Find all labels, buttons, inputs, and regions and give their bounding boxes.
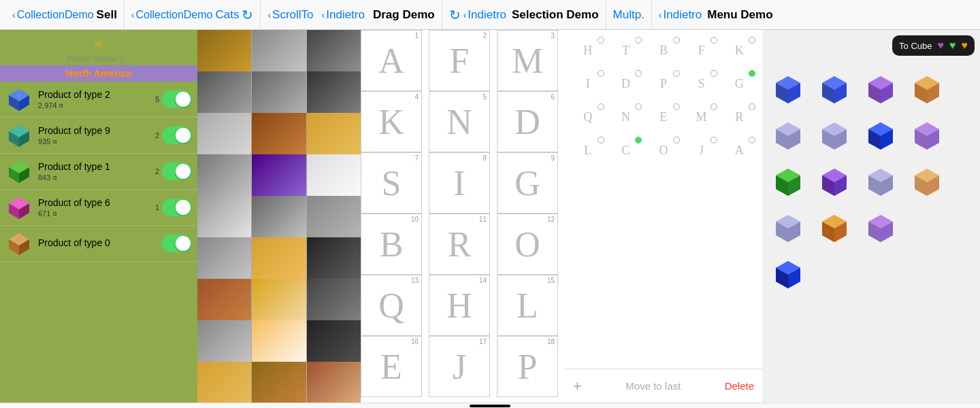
product-qty-type2: 5 (155, 95, 159, 103)
reload-icon2[interactable]: ↻ (449, 7, 461, 23)
sel-letter-A[interactable]: A (721, 135, 757, 166)
sel-dot-N (635, 103, 642, 110)
cube-item-4[interactable] (906, 69, 947, 110)
letter-cell-17[interactable]: 17J (429, 336, 490, 397)
cat-image-25[interactable] (197, 362, 251, 403)
bottom-indicator (0, 403, 980, 408)
letter-cell-8[interactable]: 8I (429, 152, 490, 214)
nav-multp-label[interactable]: Multp. (613, 8, 644, 22)
sel-letter-F[interactable]: F (684, 35, 719, 66)
nav-back-indietro[interactable]: ‹ ScrollTo (267, 8, 313, 22)
sel-letter-J[interactable]: J (684, 135, 719, 166)
letter-cell-18[interactable]: 18P (497, 336, 558, 397)
cube-item-9[interactable] (768, 162, 808, 203)
cube-item-11[interactable] (860, 162, 901, 203)
nav-back-label2[interactable]: CollectionDemo (136, 9, 213, 21)
cube-item-2[interactable] (814, 69, 855, 110)
cube-item-8[interactable] (906, 116, 947, 156)
sel-letter-E[interactable]: E (646, 102, 681, 133)
cube-item-10[interactable] (814, 162, 855, 203)
product-name-type1: Product of type 1 (38, 161, 155, 172)
sel-dot-A (749, 137, 755, 143)
sel-letter-D[interactable]: D (608, 69, 644, 99)
add-button[interactable]: + (573, 377, 582, 395)
cube-item-15[interactable] (860, 208, 901, 249)
cube-item-17[interactable] (768, 254, 808, 295)
letter-cell-3[interactable]: 3M (497, 30, 558, 91)
sel-letter-S[interactable]: S (684, 69, 719, 99)
sel-letter-Q[interactable]: Q (570, 102, 606, 133)
toggle-type1[interactable] (162, 163, 192, 180)
sel-letter-O[interactable]: O (646, 135, 681, 166)
cube-item-3[interactable] (860, 69, 901, 110)
cat-image-26[interactable] (252, 362, 306, 403)
cube-item-1[interactable] (768, 69, 808, 110)
sel-letter-R[interactable]: R (721, 102, 757, 133)
product-count-type9: 935 ¤ (38, 137, 57, 146)
letter-cell-6[interactable]: 6D (497, 91, 558, 152)
toggle-type0[interactable] (162, 235, 192, 252)
sel-letter-B[interactable]: B (646, 35, 681, 66)
sel-letter-H[interactable]: H (570, 35, 606, 66)
home-indicator (470, 405, 510, 407)
letter-cell-16[interactable]: 16E (361, 336, 422, 397)
cube-item-14[interactable] (814, 208, 855, 249)
cube-item-7[interactable] (860, 116, 901, 156)
sel-letter-T[interactable]: T (608, 35, 644, 66)
product-stats-type1: 843 ¤ (38, 173, 155, 182)
product-item-type1: Product of type 1 843 ¤ 2 (0, 154, 197, 190)
cat-image-27[interactable] (307, 362, 361, 403)
letter-cell-15[interactable]: 15L (497, 275, 558, 336)
reload-area: ✳ Reload number 2... (0, 30, 197, 65)
sel-letter-I[interactable]: I (570, 69, 606, 99)
letter-cell-11[interactable]: 11R (429, 214, 490, 275)
letter-cell-13[interactable]: 13Q (361, 275, 422, 336)
delete-button[interactable]: Delete (725, 380, 754, 392)
product-count-type2: 2,974 ¤ (38, 101, 63, 109)
panel-collection: ✳ Reload number 2... North America Produ… (0, 30, 197, 403)
heart-green-icon[interactable]: ♥ (949, 39, 956, 52)
sel-letter-C[interactable]: C (608, 135, 644, 166)
sel-letter-K[interactable]: K (721, 35, 757, 66)
letter-cell-12[interactable]: 12O (497, 214, 558, 275)
nav-scrollto-label[interactable]: ScrollTo (272, 8, 313, 22)
nav-indietro-label[interactable]: ‹ Indietro (322, 8, 365, 22)
reload-icon[interactable]: ↻ (242, 7, 253, 23)
sel-letter-P[interactable]: P (646, 69, 681, 99)
sel-dot-H (598, 37, 604, 44)
letter-cell-5[interactable]: 5N (429, 91, 490, 152)
toggle-type2[interactable] (162, 90, 192, 108)
cube-item-5[interactable] (768, 116, 808, 156)
cube-item-12[interactable] (906, 162, 947, 203)
cube-item-6[interactable] (814, 116, 855, 156)
to-cube-label[interactable]: To Cube (899, 41, 932, 51)
cube-item-13[interactable] (768, 208, 808, 249)
nav-back-indietro3[interactable]: ‹ Indietro (659, 8, 702, 22)
nav-back-collection[interactable]: ‹ CollectionDemo (12, 9, 94, 21)
sel-letter-G[interactable]: G (721, 69, 757, 99)
sel-dot-D (635, 70, 642, 77)
letter-cell-4[interactable]: 4K (361, 91, 422, 152)
sel-letter-N[interactable]: N (608, 102, 644, 133)
product-stats-type6: 671 ¤ (38, 209, 155, 218)
nav-section-multp: Multp. (606, 0, 652, 29)
nav-back-collection2[interactable]: ‹ CollectionDemo (131, 9, 213, 21)
letter-cell-10[interactable]: 10B (361, 214, 422, 275)
letter-cell-7[interactable]: 7S (361, 152, 422, 214)
sel-letter-M[interactable]: M (684, 102, 719, 133)
nav-section-drag: ‹ ScrollTo ‹ Indietro Drag Demo (261, 0, 442, 29)
heart-purple-icon[interactable]: ♥ (938, 39, 945, 52)
letter-cell-1[interactable]: 1A (361, 30, 422, 91)
letter-cell-2[interactable]: 2F (429, 30, 490, 91)
toggle-type9[interactable] (162, 126, 192, 144)
panel-selection: H T B F K I D P S G Q N E M R L C O J A … (565, 30, 762, 403)
nav-back-indietro2[interactable]: ‹ Indietro (463, 8, 506, 22)
letter-cell-9[interactable]: 9G (497, 152, 558, 214)
sel-dot-L (598, 137, 604, 143)
nav-back-label[interactable]: CollectionDemo (17, 9, 94, 21)
toggle-type6[interactable] (162, 199, 192, 216)
sel-letter-L[interactable]: L (570, 135, 606, 166)
heart-orange-icon[interactable]: ♥ (962, 39, 968, 52)
cube-icon-teal (5, 122, 33, 149)
letter-cell-14[interactable]: 14H (429, 275, 490, 336)
